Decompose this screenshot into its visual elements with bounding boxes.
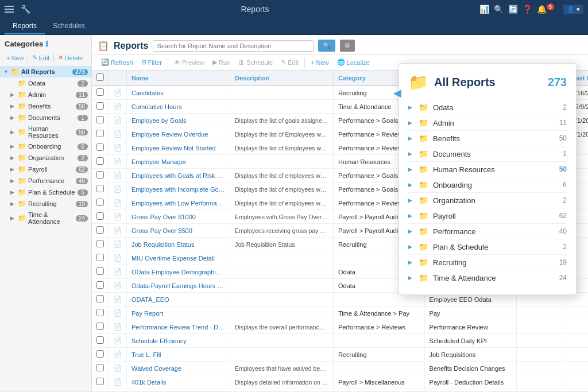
- row-name[interactable]: Gross Pay Over $500: [127, 224, 230, 238]
- row-select-checkbox[interactable]: [96, 88, 104, 96]
- sidebar-item-organization[interactable]: ▶ 📁 Organization 2: [0, 152, 91, 164]
- row-checkbox[interactable]: [92, 183, 109, 196]
- report-link[interactable]: Employee Manager: [131, 158, 186, 165]
- report-link[interactable]: Employee by Goals: [131, 117, 186, 124]
- row-name[interactable]: Employee Review Not Started: [127, 141, 230, 155]
- analytics-icon[interactable]: 📊: [479, 5, 489, 14]
- popup-list-item[interactable]: ▶ 📁 Documents 1: [408, 146, 567, 162]
- report-link[interactable]: Employees with Goals at Risk or Ov...: [131, 172, 230, 179]
- row-checkbox[interactable]: [92, 320, 109, 334]
- sidebar-item-onboarding[interactable]: ▶ 📁 Onboarding 6: [0, 141, 91, 152]
- refresh-button[interactable]: 🔄 Refresh: [98, 57, 137, 68]
- row-select-checkbox[interactable]: [96, 130, 104, 137]
- report-link[interactable]: Waived Coverage: [131, 365, 181, 372]
- sidebar-item-admin[interactable]: ▶ 📁 Admin 11: [0, 89, 91, 100]
- col-header-name[interactable]: Name: [127, 71, 230, 86]
- row-checkbox[interactable]: [92, 251, 109, 265]
- report-link[interactable]: Gross Pay Over $500: [131, 227, 192, 234]
- sidebar-item-odata[interactable]: 📁 Odata 2: [0, 77, 91, 89]
- popup-list-item[interactable]: ▶ 📁 Time & Attendance 24: [408, 270, 567, 285]
- preview-button[interactable]: 👁 Preview: [171, 57, 208, 68]
- report-link[interactable]: Performance Review Trend - Details: [131, 324, 230, 331]
- popup-list-item[interactable]: ▶ 📁 Odata 2: [408, 100, 567, 115]
- sidebar-item-benefits[interactable]: ▶ 📁 Benefits 50: [0, 100, 91, 112]
- row-checkbox[interactable]: [92, 155, 109, 169]
- popup-list-item[interactable]: ▶ 📁 Human Resources 50: [408, 162, 567, 177]
- row-select-checkbox[interactable]: [96, 212, 104, 220]
- row-checkbox[interactable]: [92, 348, 109, 362]
- popup-list-item[interactable]: ▶ 📁 Benefits 50: [408, 131, 567, 146]
- popup-list-item[interactable]: ▶ 📁 Admin 11: [408, 115, 567, 131]
- run-button[interactable]: ▶ Run: [209, 57, 234, 68]
- row-select-checkbox[interactable]: [96, 171, 104, 178]
- report-link[interactable]: Pay Report: [131, 310, 163, 317]
- row-checkbox[interactable]: [92, 210, 109, 224]
- row-name[interactable]: Employee by Goals: [127, 114, 230, 127]
- sidebar-item-human-resources[interactable]: ▶ 📁 Human Resources 50: [0, 123, 91, 141]
- search-input[interactable]: [153, 40, 314, 52]
- row-checkbox[interactable]: [92, 114, 109, 127]
- row-checkbox[interactable]: [92, 389, 109, 392]
- row-select-checkbox[interactable]: [96, 309, 104, 316]
- row-name[interactable]: Employees with Goals at Risk or Ov...: [127, 169, 230, 183]
- schedule-button[interactable]: 🗓 Schedule: [235, 57, 276, 68]
- row-select-checkbox[interactable]: [96, 116, 104, 123]
- search-icon[interactable]: 🔍: [494, 5, 504, 14]
- refresh-icon[interactable]: 🔄: [508, 5, 518, 14]
- delete-category-button[interactable]: ✕ Delete: [56, 53, 84, 63]
- report-link[interactable]: Employee Review Not Started: [131, 145, 216, 152]
- row-name[interactable]: Odata-Payroll Earnings Hours Det...: [127, 279, 230, 293]
- row-checkbox[interactable]: [92, 362, 109, 375]
- sidebar-item-plan-schedule[interactable]: ▶ 📁 Plan & Schedule 5: [0, 187, 91, 198]
- col-header-checkbox[interactable]: [92, 71, 109, 86]
- row-checkbox[interactable]: [92, 238, 109, 251]
- report-link[interactable]: Candidates: [131, 90, 164, 96]
- alert-icon[interactable]: 🔔: [537, 5, 547, 14]
- row-name[interactable]: OData Employee Demographic Data: [127, 265, 230, 279]
- report-link[interactable]: MIU Overtime Expense Detail: [131, 255, 215, 262]
- row-checkbox[interactable]: [92, 306, 109, 320]
- new-category-button[interactable]: + New: [5, 53, 25, 63]
- localize-button[interactable]: 🌐 Localize: [334, 57, 373, 68]
- row-name[interactable]: ODATA_EEO: [127, 293, 230, 306]
- filter-button[interactable]: ⊟ Filter: [138, 57, 165, 68]
- row-select-checkbox[interactable]: [96, 378, 104, 385]
- sidebar-item-documents[interactable]: ▶ 📁 Documents 1: [0, 112, 91, 123]
- row-checkbox[interactable]: [92, 100, 109, 114]
- sidebar-item-all-reports[interactable]: ▼ 📁 All Reports 273: [0, 66, 91, 77]
- row-name[interactable]: Employee Manager: [127, 155, 230, 169]
- new-report-button[interactable]: + New: [307, 57, 332, 68]
- report-link[interactable]: 401k Details: [131, 379, 167, 386]
- row-name[interactable]: Cumulative Hours: [127, 100, 230, 114]
- row-select-checkbox[interactable]: [96, 336, 104, 344]
- report-link[interactable]: ODATA_EEO: [131, 296, 169, 303]
- row-checkbox[interactable]: [92, 293, 109, 306]
- row-name[interactable]: Employees with Low Performance R...: [127, 196, 230, 210]
- info-icon[interactable]: ℹ: [45, 40, 48, 48]
- search-button[interactable]: 🔍: [318, 40, 335, 52]
- row-name[interactable]: 401k Details: [127, 375, 230, 389]
- row-name[interactable]: Employees with Incomplete Goals: [127, 183, 230, 196]
- wrench-icon[interactable]: 🔧: [21, 5, 30, 14]
- row-checkbox[interactable]: [92, 196, 109, 210]
- row-checkbox[interactable]: [92, 127, 109, 141]
- col-header-description[interactable]: Description: [230, 71, 334, 86]
- row-select-checkbox[interactable]: [96, 157, 104, 165]
- menu-icon[interactable]: [5, 6, 14, 13]
- row-checkbox[interactable]: [92, 86, 109, 100]
- row-name[interactable]: Job Requisition Status: [127, 238, 230, 251]
- sidebar-item-time-attendance[interactable]: ▶ 📁 Time & Attendance 24: [0, 209, 91, 227]
- row-name[interactable]: True L. Fill: [127, 348, 230, 362]
- sidebar-item-payroll[interactable]: ▶ 📁 Payroll 62: [0, 164, 91, 175]
- popup-list-item[interactable]: ▶ 📁 Plan & Schedule 2: [408, 239, 567, 255]
- row-select-checkbox[interactable]: [96, 185, 104, 192]
- row-select-checkbox[interactable]: [96, 240, 104, 247]
- edit-category-button[interactable]: ✎ Edit: [30, 53, 51, 63]
- report-link[interactable]: Employees with Incomplete Goals: [131, 186, 227, 193]
- row-checkbox[interactable]: [92, 375, 109, 389]
- popup-list-item[interactable]: ▶ 📁 Performance 40: [408, 224, 567, 239]
- popup-list-item[interactable]: ▶ 📁 Recruiting 19: [408, 255, 567, 270]
- settings-button[interactable]: ⚙: [340, 40, 355, 52]
- row-select-checkbox[interactable]: [96, 295, 104, 302]
- row-name[interactable]: Employee Review Overdue: [127, 127, 230, 141]
